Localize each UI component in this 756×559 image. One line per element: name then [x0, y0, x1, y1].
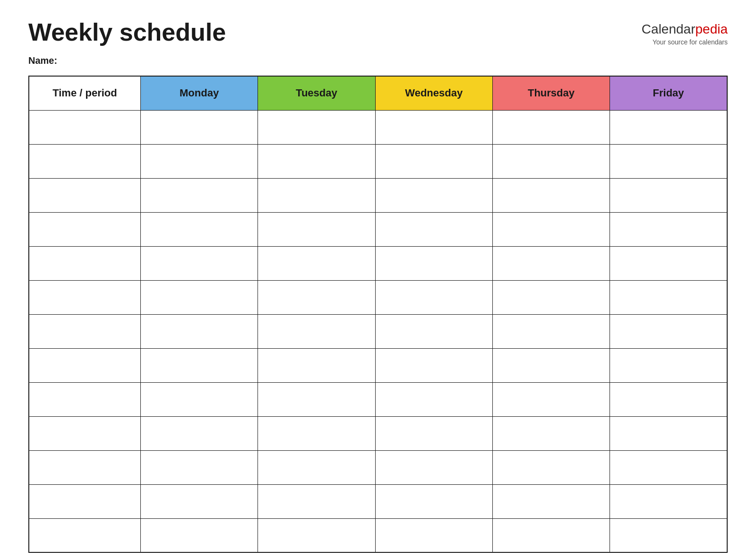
cell-row4-col2[interactable]: [258, 212, 375, 246]
cell-row13-col1[interactable]: [140, 518, 258, 552]
cell-row1-col0[interactable]: [29, 110, 140, 144]
cell-row7-col4[interactable]: [492, 314, 610, 348]
cell-row12-col0[interactable]: [29, 484, 140, 518]
logo-pedia-part: pedia: [695, 22, 728, 36]
cell-row10-col5[interactable]: [610, 416, 727, 450]
cell-row3-col4[interactable]: [492, 178, 610, 212]
cell-row5-col2[interactable]: [258, 246, 375, 280]
col-header-thursday: Thursday: [492, 76, 610, 110]
page-title: Weekly schedule: [28, 19, 226, 46]
cell-row6-col4[interactable]: [492, 280, 610, 314]
logo-calendar-part: Calendar: [642, 22, 696, 36]
cell-row11-col4[interactable]: [492, 450, 610, 484]
cell-row2-col4[interactable]: [492, 144, 610, 178]
cell-row3-col3[interactable]: [375, 178, 492, 212]
cell-row10-col3[interactable]: [375, 416, 492, 450]
cell-row10-col2[interactable]: [258, 416, 375, 450]
cell-row11-col3[interactable]: [375, 450, 492, 484]
cell-row2-col0[interactable]: [29, 144, 140, 178]
cell-row12-col4[interactable]: [492, 484, 610, 518]
header-row: Weekly schedule Calendarpedia Your sourc…: [28, 19, 728, 46]
cell-row12-col1[interactable]: [140, 484, 258, 518]
cell-row9-col2[interactable]: [258, 382, 375, 416]
cell-row2-col5[interactable]: [610, 144, 727, 178]
cell-row8-col3[interactable]: [375, 348, 492, 382]
table-row: [29, 518, 727, 552]
cell-row1-col1[interactable]: [140, 110, 258, 144]
cell-row1-col3[interactable]: [375, 110, 492, 144]
cell-row4-col3[interactable]: [375, 212, 492, 246]
cell-row13-col3[interactable]: [375, 518, 492, 552]
cell-row4-col1[interactable]: [140, 212, 258, 246]
cell-row3-col1[interactable]: [140, 178, 258, 212]
col-header-time: Time / period: [29, 76, 140, 110]
cell-row7-col5[interactable]: [610, 314, 727, 348]
cell-row5-col5[interactable]: [610, 246, 727, 280]
cell-row12-col5[interactable]: [610, 484, 727, 518]
cell-row7-col2[interactable]: [258, 314, 375, 348]
cell-row12-col3[interactable]: [375, 484, 492, 518]
cell-row10-col1[interactable]: [140, 416, 258, 450]
cell-row8-col0[interactable]: [29, 348, 140, 382]
cell-row9-col3[interactable]: [375, 382, 492, 416]
cell-row13-col2[interactable]: [258, 518, 375, 552]
cell-row7-col1[interactable]: [140, 314, 258, 348]
schedule-table: Time / period Monday Tuesday Wednesday T…: [28, 76, 728, 553]
table-row: [29, 450, 727, 484]
cell-row10-col0[interactable]: [29, 416, 140, 450]
logo-tagline: Your source for calendars: [642, 38, 728, 46]
table-row: [29, 314, 727, 348]
cell-row6-col5[interactable]: [610, 280, 727, 314]
cell-row1-col2[interactable]: [258, 110, 375, 144]
table-row: [29, 212, 727, 246]
cell-row4-col5[interactable]: [610, 212, 727, 246]
cell-row13-col5[interactable]: [610, 518, 727, 552]
cell-row3-col0[interactable]: [29, 178, 140, 212]
cell-row4-col4[interactable]: [492, 212, 610, 246]
cell-row5-col4[interactable]: [492, 246, 610, 280]
table-row: [29, 178, 727, 212]
table-row: [29, 382, 727, 416]
cell-row3-col5[interactable]: [610, 178, 727, 212]
cell-row2-col1[interactable]: [140, 144, 258, 178]
cell-row7-col0[interactable]: [29, 314, 140, 348]
cell-row13-col0[interactable]: [29, 518, 140, 552]
table-row: [29, 416, 727, 450]
cell-row8-col5[interactable]: [610, 348, 727, 382]
cell-row2-col3[interactable]: [375, 144, 492, 178]
cell-row9-col5[interactable]: [610, 382, 727, 416]
cell-row5-col1[interactable]: [140, 246, 258, 280]
cell-row6-col2[interactable]: [258, 280, 375, 314]
cell-row5-col3[interactable]: [375, 246, 492, 280]
schedule-body: [29, 110, 727, 552]
table-row: [29, 280, 727, 314]
cell-row9-col0[interactable]: [29, 382, 140, 416]
cell-row6-col1[interactable]: [140, 280, 258, 314]
cell-row8-col4[interactable]: [492, 348, 610, 382]
col-header-tuesday: Tuesday: [258, 76, 375, 110]
cell-row12-col2[interactable]: [258, 484, 375, 518]
cell-row7-col3[interactable]: [375, 314, 492, 348]
cell-row10-col4[interactable]: [492, 416, 610, 450]
cell-row4-col0[interactable]: [29, 212, 140, 246]
col-header-friday: Friday: [610, 76, 727, 110]
table-row: [29, 348, 727, 382]
cell-row1-col5[interactable]: [610, 110, 727, 144]
cell-row6-col3[interactable]: [375, 280, 492, 314]
cell-row2-col2[interactable]: [258, 144, 375, 178]
cell-row6-col0[interactable]: [29, 280, 140, 314]
table-header-row: Time / period Monday Tuesday Wednesday T…: [29, 76, 727, 110]
cell-row8-col2[interactable]: [258, 348, 375, 382]
cell-row5-col0[interactable]: [29, 246, 140, 280]
cell-row13-col4[interactable]: [492, 518, 610, 552]
cell-row1-col4[interactable]: [492, 110, 610, 144]
cell-row9-col1[interactable]: [140, 382, 258, 416]
cell-row9-col4[interactable]: [492, 382, 610, 416]
cell-row11-col1[interactable]: [140, 450, 258, 484]
cell-row11-col2[interactable]: [258, 450, 375, 484]
cell-row11-col0[interactable]: [29, 450, 140, 484]
cell-row11-col5[interactable]: [610, 450, 727, 484]
col-header-wednesday: Wednesday: [375, 76, 492, 110]
cell-row8-col1[interactable]: [140, 348, 258, 382]
cell-row3-col2[interactable]: [258, 178, 375, 212]
